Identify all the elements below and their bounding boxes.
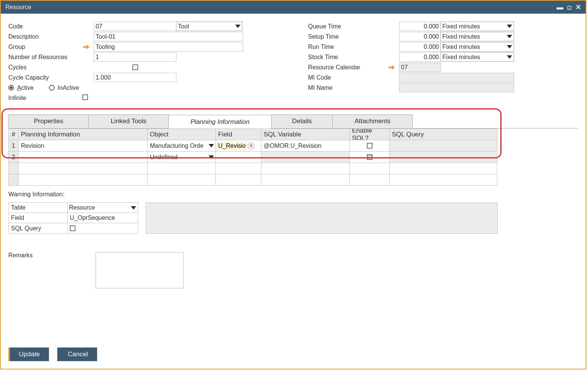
group-label: Group [8,44,25,50]
warning-title: Warning Information: [8,191,578,198]
setup-input[interactable]: 0.000 [399,32,441,41]
col-header-enable-sql[interactable]: Enable SQL? [350,129,390,140]
infinite-label: Infinite [8,95,82,102]
cell-enable-sql[interactable] [350,140,390,152]
table-row[interactable]: 2 Undefined [9,152,498,163]
cell-enable-sql[interactable] [350,152,390,163]
code-input[interactable]: 07 [94,22,176,31]
link-arrow-icon[interactable] [83,44,90,50]
miname-label: MI Name [308,85,399,91]
infinite-checkbox[interactable] [82,94,88,100]
warn-field-value[interactable]: U_OprSequence [68,213,138,223]
chevron-down-icon [209,155,214,159]
micode-label: MI Code [308,74,399,81]
tab-details[interactable]: Details [271,114,333,128]
cell-sql-query[interactable] [390,140,497,152]
numres-input[interactable]: 1 [94,52,176,62]
window-title: Resource [5,1,31,14]
remarks-textarea[interactable] [96,252,184,288]
description-input[interactable]: Tool-01 [94,32,243,41]
numres-label: Number of Resources [8,54,94,61]
tab-linked-tools[interactable]: Linked Tools [88,114,169,128]
chevron-down-icon [507,25,512,28]
inactive-radio[interactable]: InActive [49,85,79,91]
col-header-field[interactable]: Field [216,129,261,140]
chevron-down-icon [507,35,512,38]
cell-planning-info[interactable]: Revision [19,140,148,152]
tab-attachments[interactable]: Attachments [332,114,413,128]
cell-sql-variable[interactable]: @OMOR.U_Revision [261,140,350,152]
cell-sql-variable[interactable] [261,152,350,163]
cell-sql-query[interactable] [390,152,497,163]
tabbar: Properties Linked Tools Planning Informa… [8,114,578,128]
queue-label: Queue Time [308,23,399,30]
queue-input[interactable]: 0.000 [399,22,441,31]
chevron-down-icon [131,206,136,210]
row-number: 1 [9,140,19,152]
warn-sql-query-box[interactable] [146,202,498,234]
cyclecap-label: Cycle Capacity [8,74,94,81]
link-arrow-icon[interactable] [388,65,395,70]
run-label: Run Time [308,44,399,50]
tab-planning-information[interactable]: Planning Information [168,115,272,128]
warn-table-label: Table [9,203,68,213]
choose-from-list-icon[interactable]: ≣ [248,142,255,149]
cycles-label: Cycles [8,64,94,71]
minimize-icon[interactable]: ▬ [557,1,563,14]
warning-form: Table Resource Field U_OprSequence SQL Q… [8,202,138,234]
rescal-label: Resource Calendar [308,64,360,71]
stock-input[interactable]: 0.000 [399,52,441,62]
setup-label: Setup Time [308,33,399,40]
group-input[interactable]: Tooling [94,42,243,52]
warn-table-select[interactable]: Resource [68,203,138,213]
row-number: 2 [9,152,19,163]
cell-object-select[interactable]: Manufacturing Orde [148,140,216,152]
close-icon[interactable]: ✕ [575,1,581,14]
active-radio[interactable]: Active [8,85,34,91]
setup-unit-select[interactable]: Fixed minutes [440,32,514,41]
maximize-icon[interactable]: ◻ [567,1,572,14]
tab-properties[interactable]: Properties [8,114,89,128]
run-unit-select[interactable]: Fixed minutes [440,42,514,52]
planning-grid: # Planning Information Object Field SQL … [8,128,498,186]
table-row[interactable] [9,163,498,174]
stock-label: Stock Time [308,54,399,61]
run-input[interactable]: 0.000 [399,42,441,52]
type-select[interactable]: Tool [176,22,242,31]
table-row[interactable] [9,174,498,186]
chevron-down-icon [507,45,512,49]
update-button[interactable]: Update [8,348,49,361]
col-header-object[interactable]: Object [148,129,216,140]
stock-unit-select[interactable]: Fixed minutes [440,52,514,62]
cell-field[interactable]: ≣ [216,140,261,152]
cancel-button[interactable]: Cancel [57,348,97,361]
table-row[interactable]: 1 Revision Manufacturing Orde ≣ @OMOR.U_… [9,140,498,152]
micode-input [399,73,514,82]
cell-field[interactable] [216,152,261,163]
field-input[interactable] [217,141,247,150]
chevron-down-icon [507,55,512,59]
rescal-input: 07 [399,63,441,72]
code-label: Code [8,23,94,30]
chevron-down-icon [235,25,241,28]
description-label: Description [8,33,94,40]
col-header-num: # [9,129,19,140]
miname-input [399,83,514,92]
cell-planning-info[interactable] [19,152,148,163]
warn-field-label: Field [9,213,68,223]
queue-unit-select[interactable]: Fixed minutes [440,22,514,31]
col-header-planning-info[interactable]: Planning Information [19,129,148,140]
cell-object-select[interactable]: Undefined [148,152,216,163]
col-header-sql-query[interactable]: SQL Query [390,129,497,140]
remarks-label: Remarks [8,252,80,288]
chevron-down-icon [209,144,214,147]
warn-sql-label: SQL Query [9,223,68,233]
titlebar[interactable]: Resource ▬ ◻ ✕ [1,1,586,14]
warn-sql-checkbox[interactable] [70,225,75,231]
cycles-checkbox[interactable] [132,64,138,70]
col-header-sql-variable[interactable]: SQL Variable [261,129,350,140]
cyclecap-input[interactable]: 1.000 [94,73,176,82]
